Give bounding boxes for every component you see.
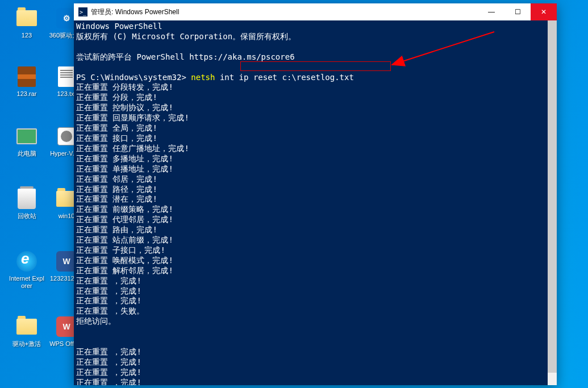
recycle-icon [15, 187, 38, 210]
folder-icon [15, 7, 38, 30]
maximize-button[interactable]: ☐ [504, 3, 531, 20]
desktop-icon-label: 123.rar [9, 90, 45, 98]
terminal-line: 正在重置 ，完成! [76, 296, 554, 306]
powershell-window: >_ 管理员: Windows PowerShell — ☐ ✕ Windows… [74, 3, 557, 385]
terminal-line: 正在重置 潜在，完成! [76, 194, 554, 205]
close-button[interactable]: ✕ [531, 3, 557, 20]
powershell-icon: >_ [78, 7, 87, 16]
desktop-icon-6[interactable]: 回收站 [9, 187, 45, 220]
terminal-prompt-1: PS C:\Windows\system32> netsh int ip res… [76, 73, 554, 83]
terminal-line: 正在重置 邻居，完成! [76, 174, 554, 185]
minimize-button[interactable]: — [478, 3, 504, 20]
background-highlight [565, 0, 588, 388]
terminal-line: 正在重置 分段，完成! [76, 93, 554, 103]
terminal-line: 正在重置 单播地址，完成! [76, 164, 554, 174]
terminal-line: 正在重置 ，完成! [76, 368, 554, 378]
terminal-line: 尝试新的跨平台 PowerShell https://aka.ms/pscore… [76, 52, 554, 62]
terminal-line: 正在重置 分段转发，完成! [76, 82, 554, 93]
terminal-line: 正在重置 ，完成! [76, 378, 554, 385]
scrollbar-track[interactable] [548, 20, 557, 385]
ie-icon [15, 250, 38, 273]
terminal-line: 正在重置 ，完成! [76, 347, 554, 357]
desktop-icon-10[interactable]: 驱动+激活 [9, 315, 45, 348]
terminal-line: 正在重置 子接口，完成! [76, 245, 554, 256]
terminal-line: 拒绝访问。 [76, 316, 554, 327]
desktop-icon-label: 驱动+激活 [9, 340, 45, 348]
desktop-icon-label: Internet Explorer [9, 275, 45, 290]
rar-icon [15, 65, 38, 88]
terminal-line: 正在重置 控制协议，完成! [76, 103, 554, 113]
folder-icon [15, 315, 38, 338]
terminal-line: 正在重置 ，完成! [76, 357, 554, 368]
terminal-line: 正在重置 任意广播地址，完成! [76, 144, 554, 154]
terminal-line: 正在重置 全局，完成! [76, 123, 554, 133]
pc-icon [15, 125, 38, 148]
window-title: 管理员: Windows PowerShell [91, 7, 478, 17]
desktop-icon-4[interactable]: 此电脑 [9, 125, 45, 157]
desktop-icon-label: 此电脑 [9, 150, 45, 157]
terminal-line [76, 327, 554, 337]
terminal-line: 正在重置 回显顺序请求，完成! [76, 113, 554, 123]
terminal-line: 正在重置 唤醒模式，完成! [76, 256, 554, 266]
terminal-line: 正在重置 站点前缀，完成! [76, 235, 554, 245]
terminal-line: 正在重置 ，失败。 [76, 306, 554, 316]
desktop-icon-label: 回收站 [9, 212, 45, 220]
terminal-line: 正在重置 ，完成! [76, 286, 554, 297]
desktop-icon-2[interactable]: 123.rar [9, 65, 45, 98]
window-controls: — ☐ ✕ [478, 3, 557, 20]
terminal-line: Windows PowerShell [76, 22, 554, 32]
terminal-line: 正在重置 代理邻居，完成! [76, 215, 554, 225]
desktop-icon-label: 123 [9, 32, 45, 39]
terminal-line: 正在重置 路径，完成! [76, 185, 554, 195]
terminal-content[interactable]: Windows PowerShell版权所有 (C) Microsoft Cor… [74, 20, 557, 385]
terminal-line: 正在重置 接口，完成! [76, 133, 554, 144]
terminal-line: 正在重置 解析邻居，完成! [76, 266, 554, 276]
terminal-line: 正在重置 ，完成! [76, 276, 554, 286]
terminal-line: 正在重置 多播地址，完成! [76, 154, 554, 164]
terminal-line [76, 337, 554, 347]
scrollbar-thumb[interactable] [548, 20, 557, 373]
window-titlebar[interactable]: >_ 管理员: Windows PowerShell — ☐ ✕ [74, 3, 557, 20]
terminal-line: 版权所有 (C) Microsoft Corporation。保留所有权利。 [76, 32, 554, 42]
terminal-line: 正在重置 前缀策略，完成! [76, 205, 554, 215]
terminal-line [76, 42, 554, 52]
desktop-icon-8[interactable]: Internet Explorer [9, 250, 45, 290]
desktop-icon-0[interactable]: 123 [9, 7, 45, 39]
terminal-line [76, 62, 554, 73]
terminal-line: 正在重置 路由，完成! [76, 225, 554, 235]
